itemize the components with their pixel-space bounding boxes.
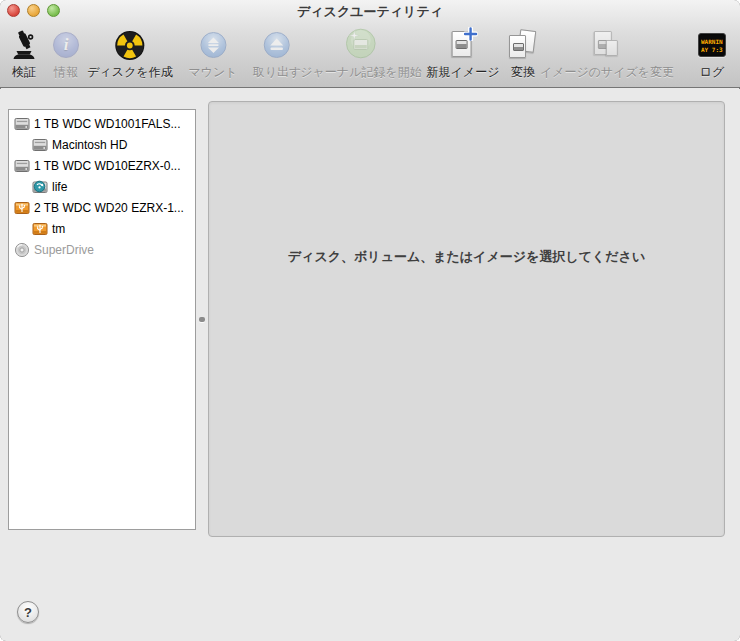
microscope-icon — [9, 30, 39, 60]
toolbar-item-label: ログ — [700, 64, 725, 81]
eject-icon — [264, 32, 290, 58]
resize-image-icon — [590, 29, 624, 61]
journal-icon-wrap — [346, 27, 377, 63]
toolbar-item-resize-image: イメージのサイズを変更 — [540, 27, 674, 81]
mount-icon-wrap — [200, 27, 226, 63]
splitter-handle[interactable] — [199, 317, 205, 322]
microscope-icon-wrap — [9, 27, 39, 63]
toolbar-item-microscope[interactable]: 検証 — [9, 27, 39, 81]
toolbar-item-convert[interactable]: 変換 — [506, 27, 540, 81]
toolbar-item-label: 検証 — [12, 64, 36, 81]
mount-icon — [200, 32, 226, 58]
sidebar-item-macintosh-hd[interactable]: Macintosh HD — [9, 134, 195, 155]
empty-selection-message: ディスク、ボリューム、またはイメージを選択してください — [209, 102, 724, 266]
toolbar-item-label: 情報 — [54, 64, 78, 81]
journal-start-icon — [346, 28, 377, 63]
sidebar-item-1-tb-wdc-wd10ezrx-0[interactable]: 1 TB WDC WD10EZRX-0... — [9, 155, 195, 176]
convert-icon-wrap — [506, 27, 540, 63]
firewire-volume-icon-wrap — [32, 179, 48, 195]
toolbar-item-label: 新規イメージ — [427, 64, 500, 81]
toolbar-item-label: ディスクを作成 — [87, 64, 172, 81]
toolbar-item-log[interactable]: WARNIN AY 7:36ログ — [698, 27, 726, 81]
help-button[interactable]: ? — [17, 601, 39, 623]
toolbar: 検証i情報 ディスクを作成 マウント 取り出す ジャーナル記録を開始 — [0, 22, 740, 88]
usb-volume-icon-wrap — [32, 221, 48, 237]
toolbar-item-new-image[interactable]: 新規イメージ — [427, 27, 500, 81]
convert-icon — [506, 29, 540, 61]
toolbar-item-label: 変換 — [511, 64, 535, 81]
internal-drive-icon-wrap — [14, 158, 30, 174]
toolbar-item-burn[interactable]: ディスクを作成 — [87, 27, 172, 81]
volume-icon — [32, 137, 48, 153]
toolbar-item-label: マウント — [188, 64, 237, 81]
log-icon: WARNIN AY 7:36 — [698, 33, 726, 57]
usb-drive-icon — [14, 200, 30, 216]
internal-drive-icon — [14, 158, 30, 174]
new-image-icon — [446, 29, 480, 61]
toolbar-item-mount: マウント — [188, 27, 237, 81]
device-sidebar: 1 TB WDC WD1001FALS... Macintosh HD 1 TB… — [8, 109, 196, 530]
info-icon: i — [53, 32, 79, 58]
internal-drive-icon-wrap — [14, 116, 30, 132]
burn-icon-wrap — [115, 27, 146, 63]
disk-utility-window: ディスクユーティリティ 検証i情報 ディスクを作成 マウント — [0, 0, 740, 641]
resize-image-icon-wrap — [590, 27, 624, 63]
sidebar-item-superdrive[interactable]: SuperDrive — [9, 239, 195, 260]
sidebar-item-label: Macintosh HD — [52, 138, 127, 152]
main-panel: ディスク、ボリューム、またはイメージを選択してください — [208, 101, 725, 537]
window-header: ディスクユーティリティ 検証i情報 ディスクを作成 マウント — [0, 0, 740, 88]
toolbar-item-label: イメージのサイズを変更 — [540, 64, 674, 81]
firewire-volume-icon — [32, 179, 48, 195]
superdrive-icon — [14, 242, 30, 258]
sidebar-item-label: life — [52, 180, 67, 194]
toolbar-item-eject: 取り出す — [253, 27, 302, 81]
internal-drive-icon — [14, 116, 30, 132]
titlebar: ディスクユーティリティ — [0, 0, 740, 22]
log-icon-wrap: WARNIN AY 7:36 — [698, 27, 726, 63]
info-icon-wrap: i — [53, 27, 79, 63]
sidebar-item-tm[interactable]: tm — [9, 218, 195, 239]
usb-volume-icon — [32, 221, 48, 237]
sidebar-item-label: 1 TB WDC WD10EZRX-0... — [34, 159, 180, 173]
sidebar-item-label: SuperDrive — [34, 243, 94, 257]
sidebar-item-life[interactable]: life — [9, 176, 195, 197]
burn-icon — [115, 30, 146, 61]
sidebar-item-1-tb-wdc-wd1001fals[interactable]: 1 TB WDC WD1001FALS... — [9, 113, 195, 134]
new-image-icon-wrap — [446, 27, 480, 63]
toolbar-item-label: ジャーナル記録を開始 — [300, 64, 421, 81]
superdrive-icon-wrap — [14, 242, 30, 258]
sidebar-item-2-tb-wdc-wd20-ezrx-1[interactable]: 2 TB WDC WD20 EZRX-1... — [9, 197, 195, 218]
toolbar-item-info: i情報 — [53, 27, 79, 81]
sidebar-item-label: 2 TB WDC WD20 EZRX-1... — [34, 201, 184, 215]
content-area: 1 TB WDC WD1001FALS... Macintosh HD 1 TB… — [0, 89, 740, 641]
window-title: ディスクユーティリティ — [0, 3, 740, 21]
sidebar-item-label: tm — [52, 222, 65, 236]
eject-icon-wrap — [264, 27, 290, 63]
toolbar-item-journal: ジャーナル記録を開始 — [300, 27, 421, 81]
usb-drive-icon-wrap — [14, 200, 30, 216]
volume-icon-wrap — [32, 137, 48, 153]
toolbar-item-label: 取り出す — [253, 64, 302, 81]
sidebar-item-label: 1 TB WDC WD1001FALS... — [34, 117, 181, 131]
